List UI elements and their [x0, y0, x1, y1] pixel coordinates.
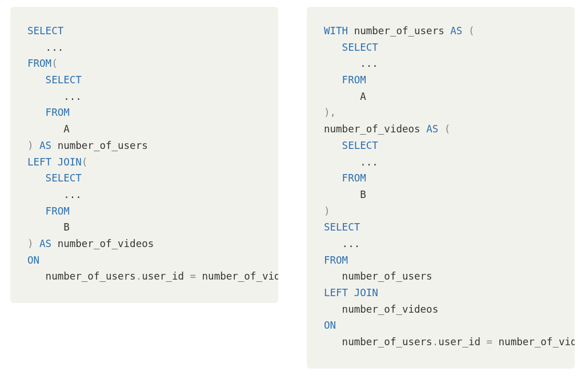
code-token: ON: [324, 320, 336, 331]
code-token: [438, 123, 444, 135]
code-token: AS: [426, 123, 438, 135]
code-token: ): [324, 205, 330, 217]
code-token: (: [468, 25, 475, 37]
code-token: ): [27, 238, 39, 249]
code-token: .: [136, 270, 142, 282]
code-token: FROM: [324, 172, 366, 184]
code-token: number_of_users: [51, 140, 148, 151]
code-token: number_of_users: [348, 25, 450, 37]
code-token: ...: [27, 42, 63, 53]
code-token: FROM: [27, 58, 51, 69]
code-token: (: [51, 58, 58, 69]
code-token: number_of_users: [324, 336, 432, 347]
code-token: SELECT: [27, 25, 63, 37]
code-token: SELECT: [324, 42, 378, 53]
code-token: B: [27, 221, 70, 233]
code-token: (: [444, 123, 451, 135]
code-token: =: [487, 336, 493, 347]
code-token: A: [27, 123, 70, 135]
code-token: FROM: [324, 254, 348, 266]
code-token: ...: [27, 91, 82, 102]
code-token: user_id: [438, 336, 486, 347]
code-token: AS: [450, 25, 462, 37]
code-token: A: [324, 91, 366, 102]
code-token: ...: [27, 189, 82, 200]
code-token: LEFT JOIN: [27, 156, 82, 168]
code-token: AS: [39, 238, 51, 249]
code-token: number_of_videos: [51, 238, 154, 249]
code-block-right: WITH number_of_users AS ( SELECT ... FRO…: [307, 7, 575, 369]
code-token: number_of_users: [27, 270, 136, 282]
code-token: ON: [27, 254, 39, 266]
code-token: ),: [324, 107, 336, 118]
code-token: number_of_users: [324, 270, 432, 282]
code-token: FROM: [324, 74, 366, 86]
code-token: SELECT: [27, 172, 82, 184]
code-token: FROM: [27, 107, 70, 118]
code-token: number_of_videos: [196, 270, 278, 282]
code-token: LEFT JOIN: [324, 287, 378, 298]
code-token: number_of_videos: [324, 304, 438, 315]
code-token: SELECT: [324, 140, 378, 151]
code-token: WITH: [324, 25, 348, 37]
code-token: number_of_videos: [492, 336, 575, 347]
code-token: .: [432, 336, 439, 347]
code-token: SELECT: [27, 74, 82, 86]
code-token: [462, 25, 468, 37]
code-token: SELECT: [324, 221, 360, 233]
code-token: ): [27, 140, 39, 151]
code-token: (: [82, 156, 88, 168]
code-token: AS: [39, 140, 51, 151]
code-token: ...: [324, 58, 378, 69]
code-token: ...: [324, 238, 360, 249]
code-token: number_of_videos: [324, 123, 426, 135]
code-token: ...: [324, 156, 378, 168]
code-token: B: [324, 189, 366, 200]
code-token: user_id: [142, 270, 190, 282]
code-token: =: [190, 270, 197, 282]
code-token: FROM: [27, 205, 70, 217]
code-block-left: SELECT ... FROM( SELECT ... FROM A ) AS …: [10, 7, 278, 303]
